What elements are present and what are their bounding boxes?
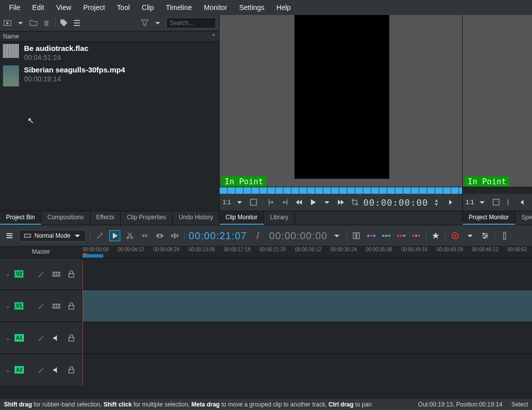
audio-level-icon[interactable] (499, 230, 510, 241)
chevron-down-icon[interactable] (321, 197, 332, 208)
track-head[interactable]: ⌄A1 (0, 322, 82, 354)
extract-zone-icon[interactable] (396, 230, 407, 241)
menu-file[interactable]: File (3, 1, 26, 13)
tab-compositions[interactable]: Compositions (41, 211, 90, 225)
mute-icon[interactable] (51, 365, 62, 376)
monitor-timecode[interactable]: 00:00:00:00 (363, 197, 428, 208)
menu-edit[interactable]: Edit (26, 1, 50, 13)
mute-icon[interactable] (51, 333, 62, 344)
chevron-down-icon[interactable] (331, 230, 342, 241)
search-input[interactable] (166, 17, 216, 28)
insert-zone-icon[interactable] (366, 230, 377, 241)
chevron-down-icon[interactable] (234, 197, 245, 208)
monitor-ruler[interactable] (463, 187, 532, 194)
hide-icon[interactable] (51, 269, 62, 280)
menu-timeline[interactable]: Timeline (160, 1, 198, 13)
filter-icon[interactable] (140, 18, 149, 27)
track-head[interactable]: ⌄V2 (0, 258, 82, 290)
tab-project-monitor[interactable]: Project Monitor (463, 211, 516, 225)
effects-icon[interactable] (36, 333, 47, 344)
menu-icon[interactable] (72, 18, 81, 27)
razor-tool-icon[interactable] (124, 230, 135, 241)
chevron-down-icon[interactable] (16, 18, 25, 27)
delete-icon[interactable] (42, 18, 51, 27)
master-label[interactable]: Master (0, 246, 82, 258)
track-head[interactable]: ⌄V1 (0, 290, 82, 322)
set-in-icon[interactable] (505, 197, 516, 208)
bin-item[interactable]: Be audiotrack.flac 00:04:51:24 (0, 42, 219, 63)
track-lane[interactable] (82, 322, 532, 354)
clip-monitor-view[interactable]: In Point (220, 15, 462, 187)
project-monitor-view[interactable]: In Point (463, 15, 532, 187)
effects-icon[interactable] (36, 365, 47, 376)
tag-icon[interactable] (59, 18, 68, 27)
ripple-tool-icon[interactable] (169, 230, 180, 241)
lift-zone-icon[interactable] (411, 230, 422, 241)
menu-clip[interactable]: Clip (136, 1, 160, 13)
menu-project[interactable]: Project (77, 1, 111, 13)
tab-clip-monitor[interactable]: Clip Monitor (220, 211, 264, 225)
folder-icon[interactable] (29, 18, 38, 27)
chevron-down-icon[interactable]: ⌄ (5, 366, 10, 374)
monitor-grid-icon[interactable] (248, 197, 259, 208)
track-head[interactable]: ⌄A2 (0, 354, 82, 386)
tc-spinner-icon[interactable]: ▴▾ (431, 197, 442, 208)
menu-help[interactable]: Help (270, 1, 297, 13)
spacer-tool-icon[interactable] (139, 230, 150, 241)
menu-view[interactable]: View (50, 1, 77, 13)
rewind-icon[interactable] (293, 197, 304, 208)
magic-wand-icon[interactable] (94, 230, 105, 241)
overwrite-zone-icon[interactable] (381, 230, 392, 241)
settings-sliders-icon[interactable] (480, 230, 491, 241)
chevron-down-icon[interactable] (477, 197, 488, 208)
track-label[interactable]: A1 (14, 334, 24, 342)
effects-icon[interactable] (36, 269, 47, 280)
monitor-zoom[interactable]: 1:1 (223, 199, 231, 206)
track-label[interactable]: A2 (14, 366, 24, 374)
lock-icon[interactable] (66, 365, 77, 376)
menu-tool[interactable]: Tool (111, 1, 136, 13)
bin-column-header[interactable]: Name ⌃ (0, 31, 219, 42)
menu-monitor[interactable]: Monitor (198, 1, 234, 13)
bin-item[interactable]: Siberian seagulls-30fps.mp4 00:00:19:14 (0, 63, 219, 88)
lock-icon[interactable] (66, 333, 77, 344)
chevron-down-icon[interactable] (153, 18, 162, 27)
tab-clip-properties[interactable]: Clip Properties (121, 211, 173, 225)
more-icon[interactable] (445, 197, 456, 208)
slip-tool-icon[interactable] (154, 230, 165, 241)
tab-undo-history[interactable]: Undo History (173, 211, 220, 225)
forward-icon[interactable] (335, 197, 346, 208)
monitor-ruler[interactable] (220, 187, 462, 194)
lock-icon[interactable] (66, 301, 77, 312)
timeline-timecode[interactable]: 00:00:21:07 / 00:00:00:00 (189, 230, 327, 242)
track-lane[interactable] (82, 290, 532, 322)
preview-render-icon[interactable] (450, 230, 461, 241)
tab-project-bin[interactable]: Project Bin (0, 211, 41, 225)
chevron-down-icon[interactable]: ⌄ (5, 302, 10, 310)
monitor-grid-icon[interactable] (491, 197, 502, 208)
tab-speech[interactable]: Speech E (516, 211, 532, 225)
chevron-down-icon[interactable]: ⌄ (5, 334, 10, 342)
favorite-icon[interactable] (430, 230, 441, 241)
crop-icon[interactable] (349, 197, 360, 208)
monitor-zoom[interactable]: 1:1 (466, 199, 474, 206)
track-label[interactable]: V1 (14, 302, 23, 310)
menu-settings[interactable]: Settings (233, 1, 270, 13)
edit-mode-dropdown[interactable]: Normal Mode (19, 230, 86, 242)
set-out-icon[interactable] (279, 197, 290, 208)
hide-icon[interactable] (51, 301, 62, 312)
tab-effects[interactable]: Effects (90, 211, 121, 225)
track-lane[interactable] (82, 354, 532, 386)
chevron-down-icon[interactable] (465, 230, 476, 241)
chevron-down-icon[interactable]: ⌄ (5, 270, 10, 278)
effects-icon[interactable] (36, 301, 47, 312)
rewind-icon[interactable] (518, 197, 529, 208)
add-clip-icon[interactable] (3, 18, 12, 27)
set-in-icon[interactable] (266, 197, 276, 208)
lock-icon[interactable] (66, 269, 77, 280)
tab-library[interactable]: Library (264, 211, 295, 225)
track-label[interactable]: V2 (14, 270, 23, 278)
track-menu-icon[interactable] (4, 230, 15, 241)
select-tool-icon[interactable] (109, 230, 120, 241)
play-icon[interactable] (307, 197, 318, 208)
